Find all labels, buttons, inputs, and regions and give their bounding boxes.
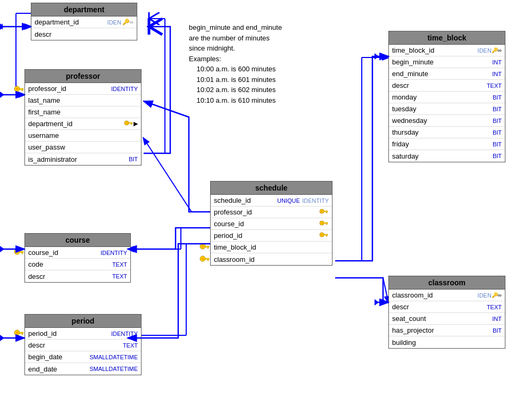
svg-rect-45 [326, 224, 327, 225]
time-block-row-time_block_id: time_block_id IDEN 🔑∞ [389, 45, 505, 56]
time-block-row-tuesday: tuesday BIT [389, 103, 505, 115]
classroom-row-classroom_id: classroom_id IDEN 🔑∞ [389, 290, 505, 301]
svg-rect-40 [323, 211, 328, 212]
svg-rect-49 [326, 235, 327, 236]
period-table: period period_id IDENTITY descr TEXT beg… [24, 314, 142, 375]
svg-rect-29 [131, 123, 132, 125]
svg-line-8 [144, 138, 192, 212]
time-block-table: time_block time_block_id IDEN 🔑∞ begin_m… [388, 31, 505, 162]
svg-marker-21 [0, 23, 3, 30]
period-row-end_date: end_date SMALLDATETIME [25, 363, 141, 375]
course-row-code: code TEXT [25, 259, 130, 270]
svg-rect-24 [19, 88, 23, 90]
svg-marker-67 [0, 246, 4, 252]
svg-rect-52 [205, 246, 209, 248]
classroom-row-seat_count: seat_count INT [389, 313, 505, 325]
classroom-table: classroom classroom_id IDEN 🔑∞ descr TEX… [388, 276, 505, 349]
svg-marker-71 [375, 299, 379, 306]
professor-row-department_id: department_id ▶ [25, 118, 141, 130]
svg-point-55 [202, 257, 204, 260]
schedule-row-period_id: period_id [211, 230, 332, 242]
svg-rect-44 [323, 222, 328, 224]
diagram-container: department department_id IDEN 🔑 ∞ descr … [0, 0, 532, 396]
svg-rect-28 [128, 122, 132, 123]
annotation-line-7: 10:02 a.m. is 602 minutes [189, 85, 282, 95]
svg-marker-61 [0, 23, 4, 30]
schedule-row-professor_id: professor_id [211, 207, 332, 218]
annotation-line-8: 10:10 a.m. is 610 minutes [189, 95, 282, 106]
svg-point-35 [16, 332, 19, 334]
svg-point-23 [16, 87, 19, 90]
department-row-descr: descr [31, 28, 137, 40]
time-block-row-begin_minute: begin_minute INT [389, 56, 505, 68]
professor-row-professor_id: professor_id IDENTITY [25, 83, 141, 95]
time-block-row-wednesday: wednesday BIT [389, 115, 505, 127]
schedule-row-time_block_id: time_block_id [211, 242, 332, 253]
svg-point-27 [126, 122, 128, 124]
time-block-row-monday: monday BIT [389, 92, 505, 103]
professor-header: professor [25, 70, 141, 83]
professor-row-username: username [25, 130, 141, 142]
department-table: department department_id IDEN 🔑 ∞ descr [31, 3, 137, 40]
svg-point-39 [321, 210, 323, 212]
period-row-period_id: period_id IDENTITY [25, 328, 141, 340]
period-row-descr: descr TEXT [25, 340, 141, 351]
professor-row-user_passw: user_passw [25, 142, 141, 153]
svg-rect-32 [19, 251, 23, 253]
classroom-row-has_projector: has_projector BIT [389, 325, 505, 336]
svg-rect-33 [22, 253, 23, 254]
annotation-box: begin_minute and end_minute are the numb… [189, 22, 282, 105]
time-block-row-descr: descr TEXT [389, 80, 505, 92]
course-table: course course_id IDENTITY code TEXT desc… [24, 233, 131, 283]
annotation-line-6: 10:01 a.m. is 601 minutes [189, 75, 282, 85]
svg-rect-25 [22, 89, 23, 91]
classroom-header: classroom [389, 276, 505, 290]
annotation-line-4: Examples: [189, 54, 282, 64]
period-header: period [25, 315, 141, 328]
schedule-row-course_id: course_id [211, 218, 332, 230]
svg-line-19 [383, 278, 388, 302]
annotation-line-1: begin_minute and end_minute [189, 22, 282, 33]
svg-marker-63 [0, 92, 4, 98]
svg-rect-48 [323, 234, 328, 235]
annotation-line-3: since midnight. [189, 43, 282, 54]
classroom-row-descr: descr TEXT [389, 301, 505, 313]
svg-rect-56 [205, 258, 209, 260]
period-row-begin_date: begin_date SMALLDATETIME [25, 351, 141, 363]
svg-point-47 [321, 234, 323, 236]
time-block-row-thursday: thursday BIT [389, 127, 505, 138]
course-row-descr: descr TEXT [25, 270, 130, 282]
svg-rect-57 [207, 259, 209, 261]
professor-table: professor professor_id IDENTITY last_nam… [24, 69, 142, 166]
svg-rect-41 [326, 212, 327, 213]
annotation-line-2: are the number of minutes [189, 33, 282, 44]
svg-marker-65 [375, 53, 379, 60]
department-row-department_id: department_id IDEN 🔑 ∞ [31, 16, 137, 28]
professor-row-first_name: first_name [25, 106, 141, 118]
classroom-row-building: building [389, 336, 505, 348]
department-header: department [31, 3, 137, 16]
svg-marker-69 [0, 335, 4, 341]
course-row-course_id: course_id IDENTITY [25, 247, 130, 259]
svg-point-31 [16, 251, 19, 253]
schedule-row-schedule_id: schedule_id UNIQUE IDENTITY [211, 195, 332, 207]
professor-row-last_name: last_name [25, 95, 141, 106]
professor-row-is_administrator: is_administrator BIT [25, 153, 141, 165]
schedule-row-classroom_id: classroom_id [211, 253, 332, 265]
svg-rect-37 [22, 334, 23, 335]
schedule-table: schedule schedule_id UNIQUE IDENTITY pro… [210, 181, 332, 266]
annotation-line-5: 10:00 a.m. is 600 minutes [189, 64, 282, 75]
svg-rect-53 [207, 248, 209, 249]
time-block-row-end_minute: end_minute INT [389, 68, 505, 80]
svg-rect-36 [19, 332, 23, 334]
svg-point-43 [321, 222, 323, 224]
time-block-row-friday: friday BIT [389, 138, 505, 150]
course-header: course [25, 234, 130, 247]
time-block-header: time_block [389, 31, 505, 45]
schedule-header: schedule [211, 182, 332, 195]
svg-point-51 [202, 245, 204, 248]
time-block-row-saturday: saturday BIT [389, 150, 505, 162]
